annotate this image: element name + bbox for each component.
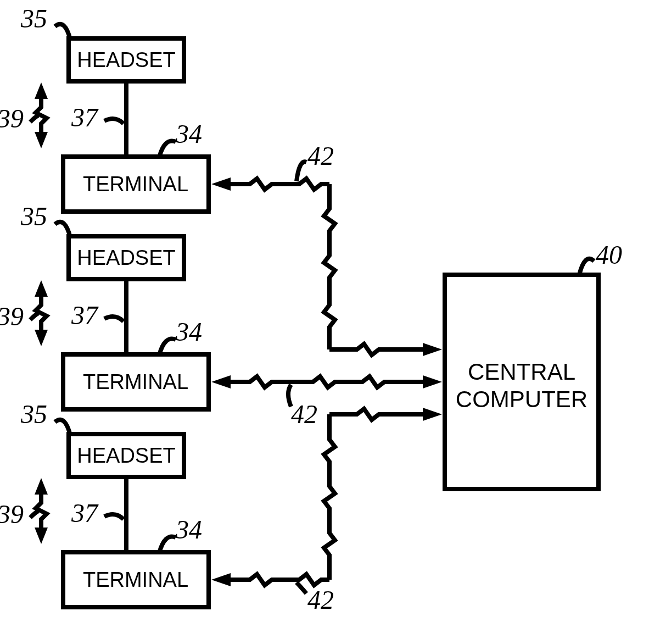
headset-label: HEADSET [77,444,175,467]
diagram-root: HEADSET 35 37 39 TERMINAL 34 HEADSET 35 … [0,0,649,644]
terminal-label: TERMINAL [83,568,188,591]
ref-39: 39 [0,302,24,331]
svg-marker-2 [35,280,48,297]
ref-42: 42 [291,399,317,429]
ref-42: 42 [307,141,334,170]
ref-35: 35 [20,4,47,33]
group-1: HEADSET 35 37 39 TERMINAL 34 [0,4,209,212]
svg-marker-3 [35,330,48,346]
headset-label: HEADSET [77,48,175,71]
link-terminal3-central: 42 [211,408,442,614]
ref-34: 34 [175,119,202,148]
svg-marker-4 [35,478,48,495]
link-terminal1-central: 42 [211,141,442,356]
svg-marker-0 [35,82,48,99]
svg-marker-7 [423,343,442,356]
central-label-line1: CENTRAL [468,359,575,385]
link-terminal2-central: 42 [211,375,442,429]
central-label-line2: COMPUTER [456,386,588,412]
ref-40: 40 [596,240,622,269]
ref-35-leader [55,222,70,237]
svg-marker-1 [35,132,48,148]
ref-35: 35 [20,202,47,231]
ref-35: 35 [20,399,47,429]
ref-39: 39 [0,499,24,529]
ref-42-leader [296,582,306,593]
ref-34: 34 [175,515,202,544]
svg-marker-5 [35,528,48,544]
ref-39-leader [30,511,38,518]
svg-marker-8 [211,375,231,388]
headset-label: HEADSET [77,246,175,269]
ref-37: 37 [71,301,99,330]
ref-39-leader [30,115,38,122]
svg-marker-6 [211,177,231,191]
ref-39: 39 [0,104,24,133]
svg-marker-11 [423,408,442,421]
ref-39-leader [30,313,38,320]
ref-37-leader [104,514,124,519]
ref-37-leader [104,317,124,321]
ref-37-leader [104,119,124,124]
terminal-label: TERMINAL [83,173,188,196]
terminal-label: TERMINAL [83,370,188,393]
ref-37: 37 [71,103,99,132]
svg-marker-10 [211,573,231,586]
ref-42: 42 [307,585,334,614]
group-3: HEADSET 35 37 39 TERMINAL 34 [0,399,209,607]
group-2: HEADSET 35 37 39 TERMINAL 34 [0,202,209,409]
ref-37: 37 [71,498,99,528]
ref-35-leader [55,24,70,40]
ref-35-leader [55,420,70,435]
ref-42-leader [288,385,291,407]
ref-34: 34 [175,317,202,346]
ref-40-leader [579,259,594,275]
svg-marker-9 [423,375,442,388]
